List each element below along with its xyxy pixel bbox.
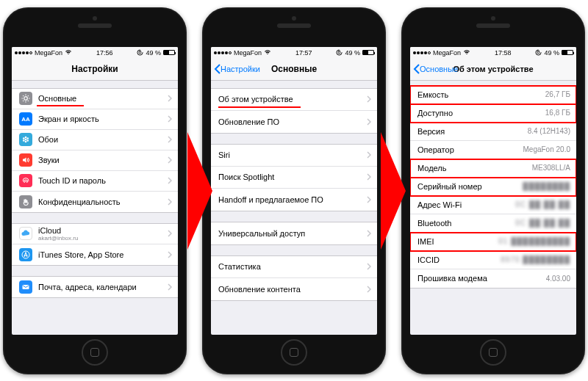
battery-icon — [362, 50, 374, 55]
row-label: Звуки — [38, 156, 165, 164]
row-label: Модель — [417, 164, 532, 173]
highlight-underline — [218, 106, 301, 108]
chevron-right-icon — [367, 95, 371, 103]
home-button[interactable] — [82, 339, 108, 366]
status-bar: MegaFon 17:56 49 % — [12, 47, 178, 59]
row-value: 26,7 ГБ — [545, 90, 570, 98]
privacy-icon — [19, 195, 32, 208]
list-row[interactable]: Основные — [12, 89, 178, 109]
svg-point-1 — [24, 97, 28, 101]
clock: 17:58 — [495, 49, 512, 57]
row-label: Адрес Wi-Fi — [417, 200, 515, 209]
row-value: 4.03.00 — [546, 275, 570, 283]
chevron-right-icon — [367, 196, 371, 203]
svg-point-14 — [26, 137, 29, 139]
chevron-right-icon — [168, 136, 172, 143]
svg-line-8 — [28, 95, 29, 96]
list-row[interactable]: Обновление ПО — [211, 111, 377, 133]
row-label: IMEI — [417, 237, 498, 246]
list-row[interactable]: Handoff и предлагаемое ПО — [211, 189, 377, 211]
list-row[interactable]: AAЭкран и яркость — [12, 109, 178, 130]
signal-dots-icon — [413, 51, 431, 54]
row-label: Доступно — [417, 109, 545, 117]
chevron-right-icon — [168, 251, 172, 258]
list-row[interactable]: Touch ID и пароль — [12, 171, 178, 192]
row-label: iTunes Store, App Store — [38, 250, 165, 259]
row-value: ████████ — [523, 182, 570, 190]
battery-pct: 49 % — [345, 49, 360, 57]
info-row: Адрес Wi-Fi0C ██ ██ ██ — [410, 196, 576, 214]
battery-icon — [163, 50, 175, 55]
list-row[interactable]: iCloudakart@inbox.ru — [12, 224, 178, 244]
row-label: Емкость — [417, 90, 545, 99]
list-row[interactable]: Конфиденциальность — [12, 192, 178, 212]
arrow-2 — [381, 132, 406, 250]
back-button[interactable]: Настройки — [214, 64, 260, 74]
info-row: ICCID8970 ████████ — [410, 251, 576, 269]
svg-point-12 — [25, 141, 27, 143]
back-label: Настройки — [220, 65, 260, 73]
row-label: Статистика — [218, 262, 364, 271]
page-title: Настройки — [71, 64, 118, 74]
battery-icon — [562, 50, 573, 55]
wifi-icon — [463, 49, 470, 57]
back-button[interactable]: Основные — [413, 64, 458, 74]
list-row[interactable]: Siri — [211, 145, 377, 167]
settings-list[interactable]: ОсновныеAAЭкран и яркостьОбоиЗвукиTouch … — [12, 81, 178, 335]
chevron-right-icon — [168, 156, 172, 164]
svg-point-10 — [25, 139, 27, 141]
row-value: 0C ██ ██ ██ — [515, 200, 570, 208]
list-row[interactable]: Об этом устройстве — [211, 89, 377, 111]
list-row[interactable]: Обои — [12, 130, 178, 150]
chevron-right-icon — [367, 118, 371, 126]
chevron-right-icon — [168, 198, 172, 206]
chevron-right-icon — [168, 230, 172, 237]
list-row[interactable]: Поиск Spotlight — [211, 167, 377, 189]
navbar: Настройки Основные — [211, 59, 377, 81]
chevron-right-icon — [168, 177, 172, 184]
list-row[interactable]: iTunes Store, App Store — [12, 244, 178, 265]
row-label: Обои — [38, 135, 165, 144]
orientation-lock-icon — [137, 49, 143, 56]
sounds-icon — [19, 153, 32, 167]
chevron-right-icon — [367, 263, 371, 270]
chevron-right-icon — [168, 115, 172, 123]
row-value: 0C ██ ██ ██ — [515, 219, 570, 227]
svg-point-11 — [25, 137, 27, 139]
touchid-icon — [19, 174, 32, 187]
row-value: ME308LL/A — [532, 164, 570, 172]
home-button[interactable] — [480, 339, 506, 366]
carrier-label: MegaFon — [35, 49, 62, 57]
info-row: Доступно16,8 ГБ — [410, 104, 576, 123]
row-label: iCloud — [38, 226, 165, 235]
row-value: 8.4 (12H143) — [528, 127, 570, 135]
page-title: Основные — [271, 64, 317, 74]
chevron-right-icon — [367, 173, 371, 181]
list-row[interactable]: Звуки — [12, 150, 178, 171]
display-icon: AA — [19, 112, 32, 126]
list-row[interactable]: Почта, адреса, календари — [12, 277, 178, 297]
home-button[interactable] — [281, 339, 307, 366]
orientation-lock-icon — [336, 49, 343, 56]
row-label: Обновление ПО — [218, 117, 364, 126]
arrow-1 — [187, 132, 212, 250]
row-value: MegaFon 20.0 — [523, 145, 571, 153]
list-row[interactable]: Статистика — [211, 256, 377, 278]
info-row: IMEI01 ██████████ — [410, 233, 576, 251]
row-label: Почта, адреса, календари — [38, 283, 165, 291]
list-row[interactable]: Обновление контента — [211, 278, 377, 300]
svg-line-6 — [23, 95, 24, 96]
row-label: Обновление контента — [218, 285, 364, 294]
row-value: 16,8 ГБ — [545, 109, 570, 117]
general-list[interactable]: Об этом устройствеОбновление ПО SiriПоис… — [211, 81, 377, 335]
orientation-lock-icon — [535, 49, 542, 56]
info-row: ОператорMegaFon 20.0 — [410, 141, 576, 159]
svg-point-15 — [23, 139, 25, 142]
info-row: Емкость26,7 ГБ — [410, 86, 576, 104]
clock: 17:56 — [96, 49, 113, 57]
row-value: 8970 ████████ — [501, 255, 570, 264]
info-row: Серийный номер████████ — [410, 178, 576, 196]
list-row[interactable]: Универсальный доступ — [211, 222, 377, 244]
about-list[interactable]: Емкость26,7 ГБДоступно16,8 ГБВерсия8.4 (… — [410, 81, 576, 335]
phone-general: MegaFon 17:57 49 % Настройки Основные О — [202, 7, 386, 374]
